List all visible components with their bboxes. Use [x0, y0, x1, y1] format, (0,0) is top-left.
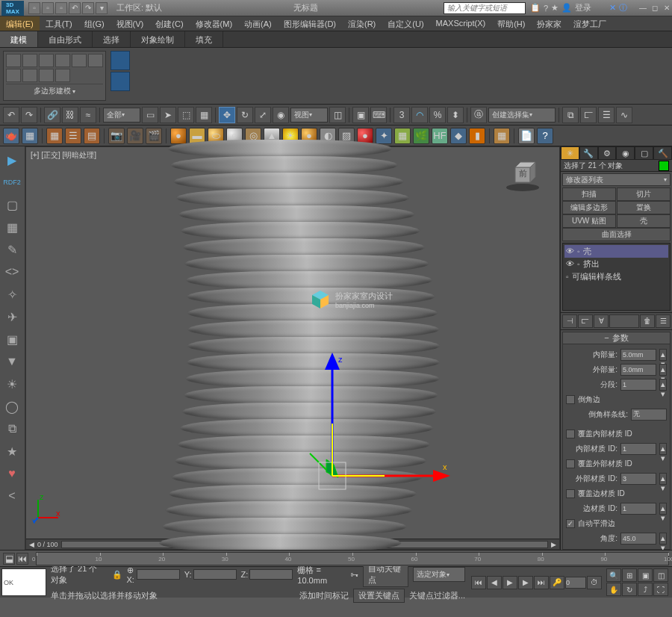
rotate-icon[interactable]: ↻ [237, 107, 253, 123]
doc-icon[interactable]: 📄 [518, 128, 535, 144]
object-color[interactable] [659, 161, 669, 171]
menu-item[interactable]: 渲染(R) [342, 16, 382, 31]
outer-spinner[interactable]: 5.0mm [620, 364, 656, 376]
filter-icon[interactable]: ▼ [1, 351, 22, 372]
undo-icon[interactable]: ↶ [3, 107, 19, 123]
params-rollout[interactable]: 参数 [562, 332, 671, 344]
ribbon-icon[interactable] [111, 72, 130, 91]
menu-item[interactable]: 创建(C) [149, 16, 189, 31]
layers2-icon[interactable]: ▤ [84, 128, 100, 144]
fov-icon[interactable]: ◫ [653, 568, 668, 582]
subobj-vertex-icon[interactable] [6, 54, 21, 67]
frame-input[interactable] [565, 577, 586, 589]
brightness-icon[interactable]: ☀ [1, 373, 22, 394]
outid-spinner[interactable]: 3 [620, 473, 656, 485]
diamond-icon[interactable]: ✧ [1, 284, 22, 305]
mod-btn[interactable]: UVW 贴图 [562, 214, 616, 228]
menu-item[interactable]: 视图(V) [111, 16, 150, 31]
menu-item[interactable]: 帮助(H) [491, 16, 531, 31]
qat-new-icon[interactable]: ▫ [28, 2, 40, 14]
maxview-icon[interactable]: ⛶ [653, 583, 668, 596]
tab-selection[interactable]: 选择 [93, 31, 131, 47]
timeline[interactable]: ⬓⏮ 0102030405060708090100 [0, 550, 672, 566]
bind-icon[interactable]: ≈ [80, 107, 96, 123]
qat-undo-icon[interactable]: ↶ [69, 2, 81, 14]
overoutid-check[interactable] [566, 459, 575, 468]
image-icon[interactable]: ▢ [1, 194, 22, 215]
tab-modify-icon[interactable]: 🔧 [579, 146, 598, 160]
walk-icon[interactable]: ⤴ [638, 583, 653, 596]
user-icon[interactable]: 👤 [561, 3, 572, 13]
tab-populate[interactable]: 填充 [185, 31, 223, 47]
time-config-icon[interactable]: ⏱ [587, 576, 602, 589]
mod-icon[interactable] [39, 69, 54, 82]
prev-key-icon[interactable]: ◀ [487, 576, 502, 589]
next-key-icon[interactable]: ▶ [518, 576, 533, 589]
modifier-stack[interactable]: 👁◦ 壳 👁◦ 挤出 ▫ 可编辑样条线 [562, 243, 671, 311]
layers-icon[interactable]: ☰ [598, 107, 615, 123]
pivot-icon[interactable]: ◫ [329, 107, 346, 123]
orbit-icon[interactable]: ↻ [622, 583, 637, 596]
rdf-label[interactable]: RDF2 [1, 172, 22, 193]
menu-item[interactable]: 图形编辑器(D) [278, 16, 342, 31]
select-icon[interactable]: ▭ [142, 107, 158, 123]
subobj-element-icon[interactable] [72, 54, 87, 67]
remove-icon[interactable]: 🗑 [640, 314, 655, 328]
menu-item[interactable]: 编辑(E) [0, 16, 40, 31]
redo-icon[interactable]: ↷ [21, 107, 37, 123]
code-icon[interactable]: <> [1, 261, 22, 282]
workspace-label[interactable]: 工作区: 默认 [111, 2, 168, 13]
script-icon[interactable]: ✕ [609, 3, 616, 13]
overinid-check[interactable] [566, 430, 575, 438]
mod-btn[interactable]: 壳 [617, 214, 671, 228]
manip-icon[interactable]: ▣ [352, 107, 369, 123]
mod-icon[interactable] [22, 69, 37, 82]
vis-icon[interactable]: 👁 [566, 259, 574, 268]
play-icon[interactable]: ▶ [503, 576, 517, 589]
qat-plus-icon[interactable]: ▾ [96, 2, 108, 14]
ref-coord[interactable]: 视图 [290, 108, 328, 123]
align-icon[interactable]: ⫍ [580, 107, 597, 123]
snapangle-icon[interactable]: ◠ [411, 107, 428, 123]
heart-icon[interactable]: ♥ [1, 463, 22, 484]
chamfer-btn[interactable]: 无 [631, 409, 667, 421]
help-icon[interactable]: ? [544, 4, 548, 13]
link-icon[interactable]: 🔗 [44, 107, 60, 123]
scale-icon[interactable]: ⤢ [255, 107, 271, 123]
keyfilter-link[interactable]: 关键点过滤器... [409, 590, 465, 601]
zoomall-icon[interactable]: ⊞ [622, 568, 637, 582]
vis-icon[interactable]: 👁 [566, 247, 574, 255]
login-link[interactable]: 登录 [575, 2, 591, 13]
named-sel-set[interactable]: 创建选择集 [488, 108, 556, 123]
list-icon[interactable]: ☰ [65, 128, 81, 144]
subobj-poly-icon[interactable] [55, 54, 70, 67]
cyl-icon[interactable]: ▮ [469, 128, 485, 144]
gem-icon[interactable]: ◆ [450, 128, 467, 144]
mirror-icon[interactable]: ⧉ [562, 107, 579, 123]
unlink-icon[interactable]: ⛓ [62, 107, 78, 123]
mod-icon[interactable] [55, 69, 70, 82]
window-icon[interactable]: ▦ [196, 107, 212, 123]
autosmooth-check[interactable] [566, 519, 575, 528]
z-input[interactable] [249, 569, 293, 580]
tab-motion-icon[interactable]: ◉ [616, 146, 635, 160]
place-icon[interactable]: ◉ [273, 107, 289, 123]
snappercent-icon[interactable]: % [429, 107, 446, 123]
unique-icon[interactable]: ∀ [594, 314, 609, 328]
modifier-list[interactable]: 修改器列表 [562, 173, 671, 185]
tab-paint[interactable]: 对象绘制 [131, 31, 185, 47]
qat-redo-icon[interactable]: ↷ [82, 2, 94, 14]
camera-icon[interactable]: ◯ [1, 396, 22, 417]
overedgeid-check[interactable] [566, 489, 575, 498]
tab-create-icon[interactable]: ✳ [561, 146, 579, 160]
region-icon[interactable]: ⬚ [178, 107, 194, 123]
mod-btn[interactable]: 切片 [617, 187, 671, 201]
keyshortcut-icon[interactable]: ⌨ [370, 107, 387, 123]
menu-item[interactable]: 渲梦工厂 [567, 16, 612, 31]
ribbon-panel-label[interactable]: 多边形建模 [6, 84, 103, 98]
snap3-icon[interactable]: 3 [393, 107, 410, 123]
menu-item[interactable]: 修改器(M) [190, 16, 239, 31]
mod-icon[interactable] [88, 54, 103, 67]
mod-btn[interactable]: 曲面选择 [562, 228, 671, 241]
tab-freeform[interactable]: 自由形式 [38, 31, 93, 47]
